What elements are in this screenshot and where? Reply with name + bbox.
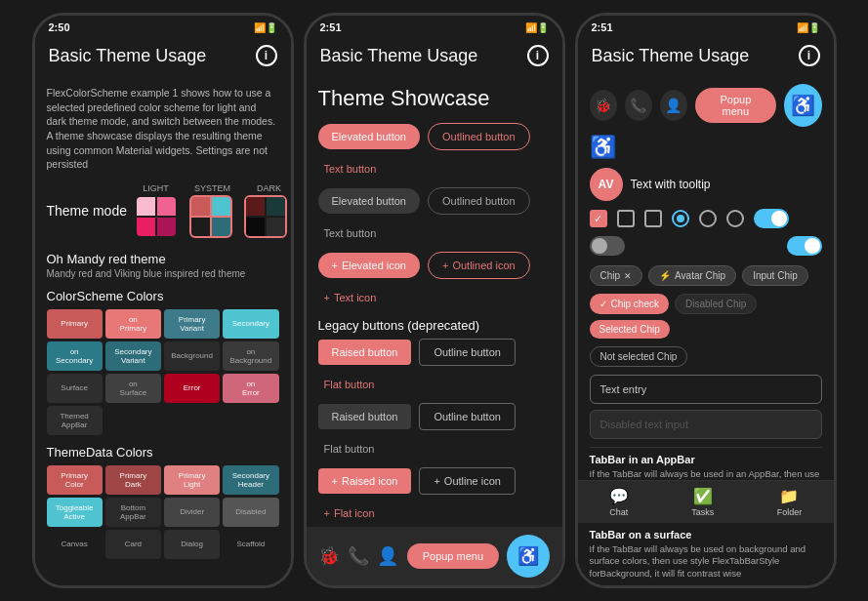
btn-row-2: Elevated button Outlined button (318, 187, 551, 215)
btn-row-text-icon: + Text icon (318, 285, 551, 310)
theme-dark-grid[interactable] (244, 195, 287, 238)
legacy-flat-icon-row: + Flat icon (318, 501, 551, 526)
outlined-icon-button[interactable]: + Outlined icon (428, 252, 530, 279)
elevated-button-1[interactable]: Elevated button (318, 124, 420, 149)
checkbox-checked[interactable]: ✓ (590, 210, 607, 227)
theme-mode-label: Theme mode (47, 203, 135, 219)
raised-button-2[interactable]: Raised button (318, 404, 412, 429)
info-icon-2[interactable]: i (527, 45, 549, 66)
tab-folder[interactable]: 📁 Folder (777, 487, 803, 517)
chip-close-icon[interactable]: ✕ (624, 271, 632, 281)
td-secondary-header: SecondaryHeader (223, 465, 278, 495)
fab-icon-2: ♿ (517, 545, 539, 567)
checkbox-unchecked-2[interactable] (644, 210, 662, 227)
chip-check-icon: ✓ (599, 299, 607, 309)
info-icon-3[interactable]: i (799, 45, 820, 66)
theme-data-color-grid: PrimaryColor PrimaryDark PrimaryLight Se… (47, 465, 279, 559)
fab-button-2[interactable]: ♿ (507, 535, 550, 578)
color-surface: Surface (47, 374, 103, 403)
btn-row-icon-1: + Elevated icon + Outlined icon (318, 252, 551, 279)
color-themed-appbar: ThemedAppBar (47, 406, 103, 435)
chat-icon: 💬 (609, 487, 629, 505)
status-bar-3: 2:51 📶🔋 (578, 16, 834, 35)
radio-unchecked-2[interactable] (726, 210, 744, 227)
chip-row-2: ✓ Chip check Disabled Chip Selected Chip (590, 294, 822, 339)
chip-disabled: Disabled Chip (675, 294, 757, 314)
chip-basic[interactable]: Chip ✕ (590, 265, 643, 286)
chip-check[interactable]: ✓ Chip check (590, 294, 669, 314)
tasks-icon: ✅ (693, 487, 713, 505)
app-bar-2: Basic Theme Usage i (307, 35, 562, 76)
app-bar-1: Basic Theme Usage i (35, 35, 291, 76)
toggle-on[interactable] (754, 209, 789, 228)
outline-button-1[interactable]: Outline button (419, 339, 516, 366)
tab-tasks[interactable]: ✅ Tasks (691, 487, 714, 517)
td-disabled: Disabled (223, 498, 278, 527)
elevated-button-2[interactable]: Elevated button (318, 188, 420, 214)
text-entry[interactable]: Text entry (590, 375, 822, 404)
td-divider: Divider (164, 498, 220, 527)
p3-popup-button[interactable]: Popup menu (695, 88, 776, 123)
theme-name: Oh Mandy red theme (47, 252, 279, 266)
chip-not-selected[interactable]: Not selected Chip (590, 346, 688, 367)
tab-chat[interactable]: 💬 Chat (609, 487, 629, 517)
flat-icon-button[interactable]: + Flat icon (318, 501, 381, 526)
tab-tasks-label: Tasks (691, 507, 714, 517)
outline-button-2[interactable]: Outline button (419, 403, 516, 430)
outlined-button-2[interactable]: Outlined button (428, 187, 530, 215)
flat-button-2[interactable]: Flat button (318, 436, 381, 461)
tab-folder-label: Folder (777, 507, 803, 517)
tabbar-appbar-info: TabBar in an AppBar If the TabBar will a… (590, 447, 822, 480)
color-on-primary: onPrimary (105, 309, 161, 339)
raised-button-1[interactable]: Raised button (318, 340, 412, 365)
p3-bug-icon[interactable]: 🐞 (590, 90, 617, 121)
p3-phone-icon[interactable]: 📞 (625, 90, 652, 121)
radio-checked[interactable] (672, 210, 689, 227)
p3-person-icon[interactable]: 👤 (660, 90, 687, 121)
flat-button-1[interactable]: Flat button (318, 372, 381, 397)
theme-option-labels: LIGHT SYSTEM DARK (135, 183, 291, 193)
plus-icon-2: + (442, 260, 448, 271)
tab-bar: 💬 Chat ✅ Tasks 📁 Folder (578, 480, 834, 523)
outline-icon-button[interactable]: + Outline icon (419, 467, 516, 495)
btn-row-text-1: Text button (318, 156, 551, 181)
chip-input[interactable]: Input Chip (742, 265, 808, 286)
theme-grids: LIGHT SYSTEM DARK (135, 183, 291, 238)
p3-fab[interactable]: ♿ (784, 84, 822, 127)
text-icon-button[interactable]: + Text icon (318, 285, 383, 310)
tabbar-surface-title: TabBar on a surface (590, 529, 822, 541)
btn-row-text-2: Text button (318, 220, 551, 246)
chip-selected[interactable]: Selected Chip (590, 320, 670, 339)
phone3-content: 🐞 📞 👤 Popup menu ♿ ♿ AV Text with toolti… (578, 76, 834, 480)
bottom-phone-icon[interactable]: 📞 (348, 545, 369, 567)
info-icon-1[interactable]: i (256, 45, 277, 66)
status-icons-1: 📶🔋 (254, 22, 277, 33)
bottom-bug-icon[interactable]: 🐞 (318, 545, 340, 567)
checkbox-unchecked[interactable] (617, 210, 635, 227)
td-primary-color: PrimaryColor (47, 465, 103, 495)
access-icon: ♿ (590, 135, 616, 160)
popup-menu-button-2[interactable]: Popup menu (407, 543, 499, 569)
td-bottom-appbar: BottomAppBar (105, 498, 161, 527)
radio-unchecked-1[interactable] (699, 210, 717, 227)
chip-avatar-icon: ⚡ (659, 270, 671, 281)
color-primary: Primary (47, 309, 103, 339)
raised-icon-button[interactable]: + Raised icon (318, 468, 412, 494)
elevated-icon-button[interactable]: + Elevated icon (318, 253, 420, 278)
text-button-1[interactable]: Text button (318, 156, 383, 181)
time-2: 2:51 (320, 21, 342, 33)
color-on-secondary: onSecondary (47, 341, 103, 371)
theme-light-grid[interactable] (135, 195, 178, 238)
outlined-button-1[interactable]: Outlined button (428, 123, 530, 150)
phone2-bottom-bar: 🐞 📞 👤 Popup menu ♿ (307, 527, 562, 585)
text-button-2[interactable]: Text button (318, 220, 383, 246)
app-bar-title-2: Basic Theme Usage (320, 46, 478, 66)
td-canvas: Canvas (47, 530, 103, 559)
avatar: AV (590, 168, 623, 201)
toggle-off[interactable] (590, 236, 625, 256)
color-error: Error (164, 374, 220, 403)
bottom-person-icon[interactable]: 👤 (377, 545, 398, 567)
chip-avatar[interactable]: ⚡ Avatar Chip (648, 265, 736, 286)
theme-system-grid[interactable] (189, 195, 232, 238)
toggle-on-2[interactable] (787, 236, 822, 256)
